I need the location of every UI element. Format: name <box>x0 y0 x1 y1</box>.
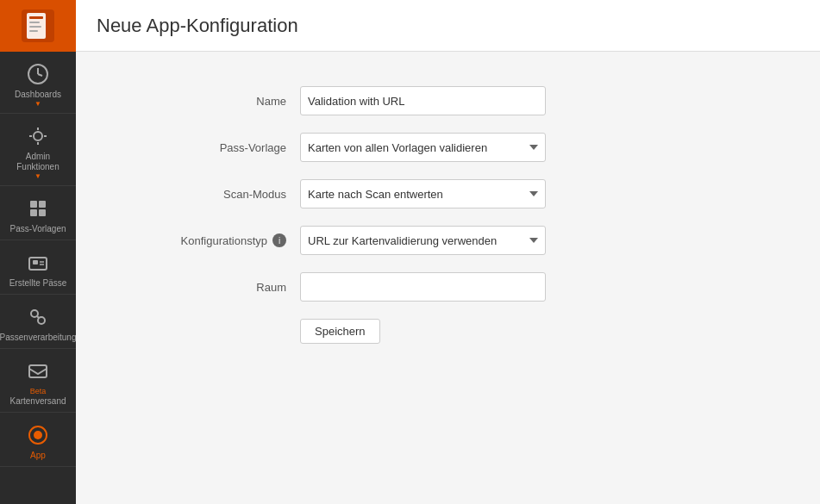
svg-rect-19 <box>29 365 47 377</box>
svg-point-16 <box>31 310 38 317</box>
raum-row: Raum <box>128 272 768 302</box>
passenverarbeitung-icon <box>24 303 52 331</box>
admin-arrow: ▼ <box>34 172 41 180</box>
pass-vorlage-select[interactable]: Karten von allen Vorlagen validieren Vor… <box>300 133 546 162</box>
page-title: Neue App-Konfiguration <box>97 15 298 37</box>
svg-rect-2 <box>29 16 43 19</box>
svg-point-21 <box>34 431 42 439</box>
svg-rect-3 <box>29 22 40 23</box>
sidebar-item-dashboards[interactable]: Dashboards ▼ <box>0 52 76 114</box>
pass-vorlage-label: Pass-Vorlage <box>128 141 300 154</box>
main-content: Neue App-Konfiguration Name Pass-Vorlage… <box>76 0 820 504</box>
kartenversand-icon <box>24 358 52 385</box>
sidebar-item-app[interactable]: App <box>0 413 76 467</box>
sidebar-erstellte-passe-label: Erstellte Pässe <box>9 278 67 289</box>
svg-rect-5 <box>29 30 38 32</box>
sidebar-dashboards-label: Dashboards <box>15 90 61 100</box>
sidebar-item-pass-vorlagen[interactable]: Pass-Vorlagen <box>0 186 76 240</box>
sidebar-kartenversand-beta: Beta <box>30 387 47 396</box>
scan-modus-select[interactable]: Karte nach Scan entwerten Karte nicht en… <box>300 179 546 208</box>
svg-rect-8 <box>30 201 37 208</box>
svg-rect-7 <box>34 132 42 140</box>
raum-label: Raum <box>128 281 300 294</box>
scan-modus-row: Scan-Modus Karte nach Scan entwerten Kar… <box>128 179 768 208</box>
erstellte-passe-icon <box>24 249 52 277</box>
konfigurationstyp-select[interactable]: URL zur Kartenvalidierung verwenden Loka… <box>300 226 546 255</box>
scan-modus-label: Scan-Modus <box>128 188 300 201</box>
sidebar-app-label: App <box>30 451 46 461</box>
raum-input[interactable] <box>300 272 546 302</box>
dashboards-arrow: ▼ <box>34 100 41 108</box>
svg-rect-13 <box>33 260 38 264</box>
app-icon <box>24 421 52 449</box>
svg-rect-9 <box>39 201 46 208</box>
sidebar-item-passenverarbeitung[interactable]: Passenverarbeitung <box>0 295 76 349</box>
sidebar-logo <box>0 0 76 52</box>
konfigurationstyp-info-badge[interactable]: i <box>272 233 286 247</box>
save-row: Speichern <box>128 319 768 344</box>
sidebar-admin-label: Admin Funktionen <box>3 152 72 172</box>
pass-vorlage-row: Pass-Vorlage Karten von allen Vorlagen v… <box>128 133 768 162</box>
sidebar: Dashboards ▼ Admin Funktionen ▼ Pass-Vor… <box>0 0 76 504</box>
svg-line-18 <box>37 316 39 318</box>
sidebar-kartenversand-label: Kartenversand <box>9 396 66 407</box>
sidebar-item-kartenversand[interactable]: Beta Kartenversand <box>0 349 76 413</box>
dashboard-icon <box>24 60 52 88</box>
page-header: Neue App-Konfiguration <box>76 0 820 52</box>
svg-point-17 <box>38 317 45 324</box>
sidebar-item-erstellte-passe[interactable]: Erstellte Pässe <box>0 240 76 295</box>
sidebar-passenverarbeitung-label: Passenverarbeitung <box>0 333 76 343</box>
save-button[interactable]: Speichern <box>300 319 380 344</box>
name-input[interactable] <box>300 86 546 115</box>
konfigurationstyp-label: Konfigurationstyp i <box>128 233 300 247</box>
form-area: Name Pass-Vorlage Karten von allen Vorla… <box>76 52 820 395</box>
admin-icon <box>24 122 52 150</box>
svg-rect-11 <box>39 209 46 216</box>
svg-rect-4 <box>29 26 41 28</box>
name-row: Name <box>128 86 768 115</box>
svg-rect-10 <box>30 209 37 216</box>
app-logo-icon <box>20 8 56 44</box>
name-label: Name <box>128 95 300 108</box>
konfigurationstyp-row: Konfigurationstyp i URL zur Kartenvalidi… <box>128 226 768 255</box>
sidebar-pass-vorlagen-label: Pass-Vorlagen <box>9 224 66 234</box>
pass-vorlagen-icon <box>24 195 52 222</box>
sidebar-item-admin[interactable]: Admin Funktionen ▼ <box>0 114 76 186</box>
